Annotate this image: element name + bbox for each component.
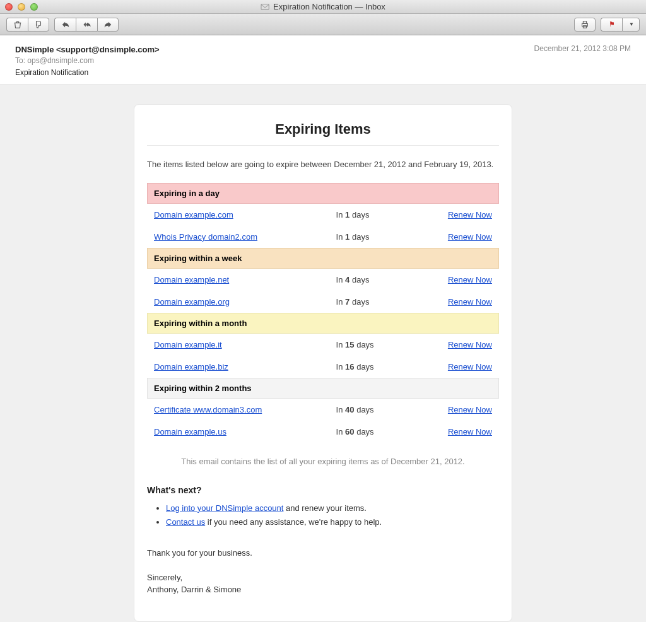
signature: Sincerely, Anthony, Darrin & Simone	[147, 571, 499, 596]
reply-all-button[interactable]	[76, 18, 97, 32]
flag-icon: ⚑	[609, 20, 615, 28]
expiring-item-row: Domain example.bizIn 16 daysRenew Now	[147, 356, 499, 378]
from-line: DNSimple <support@dnsimple.com>	[15, 44, 160, 56]
item-link[interactable]: Domain example.it	[154, 340, 222, 349]
item-link[interactable]: Whois Privacy domain2.com	[154, 232, 257, 242]
flag-dropdown-button[interactable]: ▼	[622, 18, 640, 32]
forward-button[interactable]	[97, 18, 119, 32]
window-titlebar: Expiration Notification — Inbox	[0, 0, 646, 14]
printer-icon	[580, 20, 589, 29]
email-card: Expiring Items The items listed below ar…	[134, 104, 512, 622]
item-link[interactable]: Domain example.org	[154, 297, 230, 307]
days-text: In 1 days	[336, 210, 427, 220]
item-link[interactable]: Domain example.us	[154, 427, 226, 436]
expiring-item-row: Domain example.itIn 15 daysRenew Now	[147, 334, 499, 356]
section-header: Expiring in a day	[147, 183, 499, 204]
item-link[interactable]: Domain example.net	[154, 275, 229, 284]
close-window-button[interactable]	[5, 3, 13, 11]
expiring-item-row: Domain example.usIn 60 daysRenew Now	[147, 421, 499, 443]
mail-body: Expiring Items The items listed below ar…	[0, 85, 646, 622]
chevron-down-icon: ▼	[629, 21, 634, 27]
forward-icon	[103, 20, 112, 29]
expiring-item-row: Domain example.comIn 1 daysRenew Now	[147, 204, 499, 226]
days-text: In 15 days	[336, 340, 427, 349]
message-header: DNSimple <support@dnsimple.com> To: ops@…	[0, 35, 646, 85]
intro-text: The items listed below are going to expi…	[147, 160, 499, 169]
timestamp: December 21, 2012 3:08 PM	[534, 44, 631, 53]
to-label: To:	[15, 56, 25, 65]
flag-button[interactable]: ⚑	[601, 18, 622, 32]
section-header: Expiring within a month	[147, 313, 499, 334]
days-text: In 7 days	[336, 297, 427, 307]
item-link[interactable]: Certificate www.domain3.com	[154, 405, 262, 414]
to-line: To: ops@dnsimple.com	[15, 56, 160, 66]
minimize-window-button[interactable]	[18, 3, 25, 11]
svg-rect-0	[261, 4, 269, 9]
reply-button[interactable]	[54, 18, 76, 32]
envelope-icon	[261, 3, 269, 11]
expiring-item-row: Certificate www.domain3.comIn 40 daysRen…	[147, 399, 499, 421]
section-header: Expiring within a week	[147, 248, 499, 269]
renew-link[interactable]: Renew Now	[448, 297, 492, 307]
delete-button[interactable]	[6, 18, 28, 32]
next-link[interactable]: Contact us	[166, 517, 205, 527]
days-text: In 40 days	[336, 405, 427, 414]
to-value: ops@dnsimple.com	[27, 56, 94, 65]
list-item: Contact us if you need any assistance, w…	[166, 515, 499, 529]
item-link[interactable]: Domain example.com	[154, 210, 233, 220]
junk-button[interactable]	[28, 18, 49, 32]
section-header: Expiring within 2 months	[147, 378, 499, 399]
item-link[interactable]: Domain example.biz	[154, 362, 228, 372]
renew-link[interactable]: Renew Now	[448, 275, 492, 284]
expiring-item-row: Domain example.orgIn 7 daysRenew Now	[147, 291, 499, 313]
renew-link[interactable]: Renew Now	[448, 405, 492, 414]
days-text: In 4 days	[336, 275, 427, 284]
expiring-item-row: Whois Privacy domain2.comIn 1 daysRenew …	[147, 226, 499, 248]
reply-all-icon	[83, 20, 91, 29]
closing: Sincerely,	[147, 571, 499, 584]
window-title: Expiration Notification — Inbox	[261, 2, 385, 11]
next-link[interactable]: Log into your DNSimple account	[166, 503, 283, 513]
reply-icon	[61, 20, 70, 29]
days-text: In 1 days	[336, 232, 427, 242]
toolbar: ⚑ ▼	[0, 14, 646, 35]
renew-link[interactable]: Renew Now	[448, 427, 492, 436]
trash-icon	[13, 20, 22, 29]
card-title: Expiring Items	[147, 121, 499, 146]
renew-link[interactable]: Renew Now	[448, 210, 492, 220]
footnote: This email contains the list of all your…	[147, 457, 499, 466]
traffic-lights	[5, 3, 38, 11]
renew-link[interactable]: Renew Now	[448, 232, 492, 242]
days-text: In 16 days	[336, 362, 427, 372]
window-title-text: Expiration Notification — Inbox	[273, 2, 385, 11]
expiring-item-row: Domain example.netIn 4 daysRenew Now	[147, 269, 499, 291]
zoom-window-button[interactable]	[30, 3, 38, 11]
thumbs-down-icon	[34, 20, 43, 29]
print-button[interactable]	[574, 18, 596, 32]
whats-next-list: Log into your DNSimple account and renew…	[166, 501, 499, 529]
signature-names: Anthony, Darrin & Simone	[147, 583, 499, 596]
renew-link[interactable]: Renew Now	[448, 362, 492, 372]
renew-link[interactable]: Renew Now	[448, 340, 492, 349]
whats-next-heading: What's next?	[147, 485, 499, 495]
thanks-text: Thank you for your business.	[147, 548, 499, 558]
subject-line: Expiration Notification	[15, 67, 160, 78]
svg-rect-2	[583, 21, 586, 23]
days-text: In 60 days	[336, 427, 427, 436]
list-item: Log into your DNSimple account and renew…	[166, 501, 499, 515]
